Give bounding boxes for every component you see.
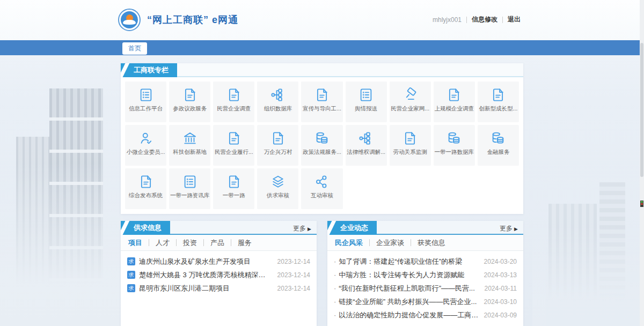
database-icon [490, 130, 506, 146]
news-panel-title: 企业动态 [327, 221, 377, 235]
service-card[interactable]: 舆情报送 [346, 82, 387, 122]
document-icon [314, 87, 330, 103]
service-card-label: 信息工作平台 [125, 105, 166, 113]
list-item[interactable]: ·链接“企业所能” 共助乡村振兴——民营企业...2024-03-10 [334, 295, 517, 308]
gavel-icon [402, 87, 418, 103]
item-title: 链接“企业所能” 共助乡村振兴——民营企业... [339, 297, 478, 307]
document-icon [138, 174, 154, 190]
indicator-dot [641, 203, 643, 205]
news-tab[interactable]: 企业家谈 [370, 238, 411, 248]
supply-tab[interactable]: 服务 [231, 238, 258, 248]
arrow-right-icon: ▶ [514, 226, 518, 232]
service-card[interactable]: 民营企业调查 [213, 82, 254, 122]
service-card[interactable]: 一带一路资讯库 [169, 168, 210, 209]
service-card[interactable]: 劳动关系监测 [390, 125, 431, 166]
item-title: 迪庆州山泉水及矿泉水生产开发项目 [139, 257, 272, 266]
item-date: 2024-03-11 [485, 285, 517, 292]
service-card[interactable]: 参政议政服务 [169, 82, 210, 122]
scrollbar-thumb[interactable] [640, 43, 643, 177]
list-item[interactable]: 求楚雄州大姚县 3 万吨优质薄壳核桃精深加工及科...2023-12-14 [127, 268, 310, 281]
edit-info-link[interactable]: 信息修改 [472, 15, 497, 24]
service-card-label: 民营企业家网... [390, 105, 431, 113]
fog-overlay [0, 163, 123, 326]
service-card[interactable]: 科技创新基地 [169, 125, 210, 166]
service-card[interactable]: 万企兴万村 [257, 125, 298, 166]
supply-tab[interactable]: 投资 [177, 238, 203, 248]
service-card[interactable]: 金融服务 [478, 125, 519, 166]
demand-badge: 求 [127, 284, 135, 292]
demand-badge: 求 [127, 271, 135, 279]
list-item[interactable]: ·“我们在新时代新征程上凯歌而行”——民营...2024-03-11 [334, 281, 517, 295]
site-title: “网上工商联” e网通 [147, 13, 238, 26]
news-panel-header: 企业动态 更多 ▶ [327, 221, 523, 235]
checklist-icon [138, 87, 154, 103]
service-card-label: 民营企业履行... [213, 149, 254, 156]
services-panel-title: 工商联专栏 [121, 63, 177, 77]
service-card[interactable]: 组织数据库 [257, 82, 298, 122]
item-date: 2024-03-09 [484, 312, 517, 319]
service-card[interactable]: 民营企业履行... [213, 125, 254, 166]
news-more-link[interactable]: 更多 ▶ [500, 224, 518, 233]
service-card-label: 供求审核 [257, 192, 298, 199]
document-icon [446, 87, 462, 103]
item-title: 昆明市东川区东川港二期项目 [139, 284, 272, 293]
supply-tab[interactable]: 人才 [149, 238, 176, 248]
news-tab[interactable]: 民企风采 [334, 238, 369, 248]
item-date: 2023-12-14 [277, 271, 310, 279]
scrollbar-track[interactable] [640, 0, 644, 326]
list-item[interactable]: 求昆明市东川区东川港二期项目2023-12-14 [127, 281, 310, 295]
item-title: 中瑞方胜：以专注铸专长为人力资源赋能 [339, 270, 478, 280]
brand: “网上工商联” e网通 [118, 9, 238, 31]
logo-wave-icon [123, 20, 136, 25]
supply-more-link[interactable]: 更多 ▶ [293, 224, 311, 233]
service-card[interactable]: 供求审核 [257, 168, 298, 209]
more-label: 更多 [500, 224, 513, 233]
service-card[interactable]: 上规模企业调查 [434, 82, 475, 122]
username: mhlyjx001 [433, 16, 462, 24]
nav-item-home[interactable]: 首页 [122, 42, 147, 55]
service-card[interactable]: 小微企业委员... [125, 125, 166, 166]
main-navbar: 首页 [0, 40, 644, 55]
logout-link[interactable]: 退出 [508, 15, 521, 24]
service-card[interactable]: 法律维权调解... [346, 125, 387, 166]
list-item[interactable]: ·中瑞方胜：以专注铸专长为人力资源赋能2024-03-13 [334, 268, 517, 281]
database-icon [314, 130, 330, 146]
service-card[interactable]: 民营企业家网... [390, 82, 431, 122]
document-icon [490, 87, 506, 103]
news-tab[interactable]: 获奖信息 [411, 238, 452, 248]
supply-tab[interactable]: 项目 [127, 238, 149, 248]
list-item[interactable]: 求迪庆州山泉水及矿泉水生产开发项目2023-12-14 [127, 255, 310, 268]
header: “网上工商联” e网通 mhlyjx001 信息修改 退出 [0, 0, 644, 40]
page: “网上工商联” e网通 mhlyjx001 信息修改 退出 首页 工商联专栏 信… [0, 0, 644, 326]
document-icon [270, 130, 286, 146]
service-card-label: 上规模企业调查 [434, 105, 475, 113]
service-card[interactable]: 综合发布系统 [125, 168, 166, 209]
service-card-label: 一带一路资讯库 [169, 192, 210, 199]
service-card-label: 小微企业委员... [125, 149, 166, 156]
document-icon [226, 174, 242, 190]
service-card-label: 万企兴万村 [257, 149, 298, 156]
document-icon [182, 87, 198, 103]
service-card-label: 劳动关系监测 [390, 149, 431, 156]
list-item[interactable]: ·知了背调：搭建起“传递职业信任”的桥梁2024-03-20 [334, 255, 517, 268]
demand-badge: 求 [127, 257, 135, 265]
service-card[interactable]: 宣传与导向工... [301, 82, 342, 122]
supply-tab[interactable]: 产品 [204, 238, 231, 248]
item-date: 2023-12-14 [277, 258, 310, 265]
service-card[interactable]: 信息工作平台 [125, 82, 166, 122]
service-card-label: 组织数据库 [257, 105, 298, 113]
list-item[interactable]: ·以法治的确定性助力提信心促发展——工商联...2024-03-09 [334, 308, 517, 322]
news-tabs: 民企风采企业家谈获奖信息 [327, 235, 523, 251]
bullet-icon: · [334, 271, 336, 279]
divider [466, 17, 467, 23]
service-card[interactable]: 互动审核 [301, 168, 342, 209]
database-icon [446, 130, 462, 146]
service-card[interactable]: 创新型成长型... [478, 82, 519, 122]
arrow-right-icon: ▶ [308, 226, 311, 232]
service-card-label: 金融服务 [478, 149, 519, 156]
edge-indicator [640, 201, 643, 207]
service-card[interactable]: 一带一路 [213, 168, 254, 209]
service-card[interactable]: 一带一路数据库 [434, 125, 475, 166]
service-card[interactable]: 政策法规服务... [301, 125, 342, 166]
checklist-icon [182, 174, 198, 190]
